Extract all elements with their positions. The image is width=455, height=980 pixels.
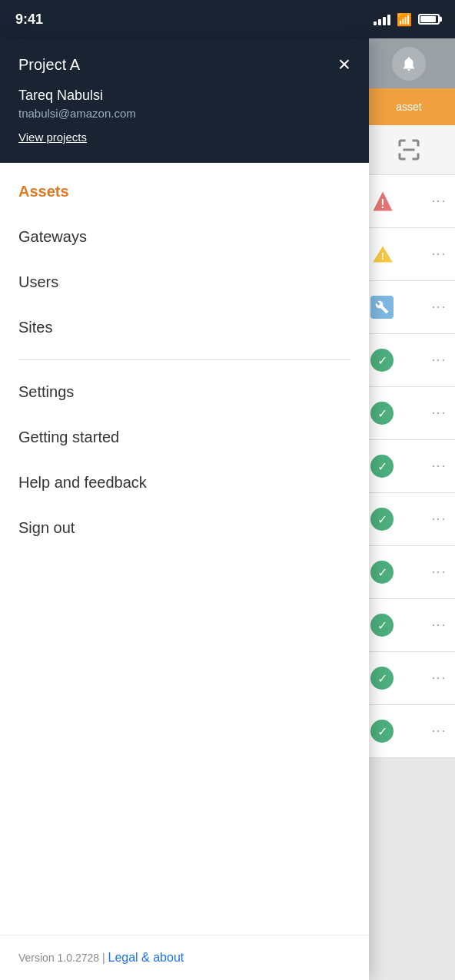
svg-text:!: !	[381, 250, 384, 262]
dots-menu-icon[interactable]: ⋮	[430, 406, 447, 421]
list-item[interactable]: ✓ ⋮	[363, 599, 455, 652]
check-icon: ✓	[370, 667, 394, 690]
overlay-container: asset ! ⋮	[0, 38, 455, 980]
scan-icon-container[interactable]	[363, 125, 455, 175]
list-item[interactable]: ! ⋮	[363, 228, 455, 281]
check-icon: ✓	[370, 349, 394, 372]
asset-badge: asset	[363, 88, 455, 125]
dots-menu-icon[interactable]: ⋮	[430, 671, 447, 686]
user-email: tnabulsi@amazon.com	[18, 107, 350, 120]
legal-about-link[interactable]: Legal & about	[108, 951, 184, 964]
menu-item-users[interactable]: Users	[0, 260, 369, 305]
dots-menu-icon[interactable]: ⋮	[430, 194, 447, 209]
menu-section-main: Assets Gateways Users Sites	[0, 163, 369, 356]
list-item[interactable]: ! ⋮	[363, 175, 455, 228]
menu-section-secondary: Settings Getting started Help and feedba…	[0, 363, 369, 557]
bell-icon[interactable]	[392, 47, 426, 81]
battery-icon	[418, 14, 440, 25]
list-item[interactable]: ✓ ⋮	[363, 546, 455, 599]
menu-header: Project A × Tareq Nabulsi tnabulsi@amazo…	[0, 38, 369, 163]
check-icon: ✓	[370, 508, 394, 531]
view-projects-link[interactable]: View projects	[18, 131, 87, 144]
list-item[interactable]: ✓ ⋮	[363, 493, 455, 546]
error-icon: !	[370, 189, 395, 214]
check-icon: ✓	[370, 614, 394, 637]
dots-menu-icon[interactable]: ⋮	[430, 247, 447, 262]
menu-header-top: Project A ×	[18, 54, 350, 75]
menu-body: Assets Gateways Users Sites Settings	[0, 163, 369, 935]
svg-text:!: !	[380, 197, 384, 210]
menu-item-getting-started[interactable]: Getting started	[0, 415, 369, 460]
signal-icon	[374, 13, 390, 25]
dots-menu-icon[interactable]: ⋮	[430, 353, 447, 368]
menu-item-settings[interactable]: Settings	[0, 369, 369, 415]
dots-menu-icon[interactable]: ⋮	[430, 724, 447, 739]
status-bar: 9:41 📶	[0, 0, 455, 38]
user-name: Tareq Nabulsi	[18, 88, 350, 104]
check-icon: ✓	[370, 455, 394, 478]
dots-menu-icon[interactable]: ⋮	[430, 618, 447, 633]
scan-icon	[395, 136, 423, 164]
check-icon: ✓	[370, 402, 394, 425]
menu-item-gateways[interactable]: Gateways	[0, 214, 369, 260]
right-panel: asset ! ⋮	[363, 38, 455, 980]
time-display: 9:41	[15, 12, 43, 28]
list-item[interactable]: ✓ ⋮	[363, 440, 455, 493]
list-item[interactable]: ✓ ⋮	[363, 705, 455, 758]
svg-rect-0	[404, 149, 415, 151]
menu-divider	[18, 359, 350, 360]
wrench-icon	[370, 296, 394, 319]
check-icon: ✓	[370, 720, 394, 743]
version-text: Version 1.0.2728 |	[18, 952, 108, 964]
dots-menu-icon[interactable]: ⋮	[430, 459, 447, 474]
right-list-items: ! ⋮ ! ⋮	[363, 175, 455, 758]
menu-item-help-feedback[interactable]: Help and feedback	[0, 460, 369, 505]
left-menu: Project A × Tareq Nabulsi tnabulsi@amazo…	[0, 38, 369, 980]
menu-item-sites[interactable]: Sites	[0, 305, 369, 350]
project-name: Project A	[18, 56, 80, 74]
list-item[interactable]: ✓ ⋮	[363, 652, 455, 705]
notification-header[interactable]	[363, 38, 455, 88]
dots-menu-icon[interactable]: ⋮	[430, 512, 447, 527]
dots-menu-icon[interactable]: ⋮	[430, 300, 447, 315]
warning-icon: !	[370, 242, 395, 267]
close-button[interactable]: ×	[338, 54, 350, 75]
check-icon: ✓	[370, 561, 394, 584]
menu-footer: Version 1.0.2728 | Legal & about	[0, 935, 369, 980]
menu-item-sign-out[interactable]: Sign out	[0, 505, 369, 551]
list-item[interactable]: ⋮	[363, 281, 455, 334]
menu-item-assets[interactable]: Assets	[0, 169, 369, 214]
status-icons: 📶	[374, 12, 440, 27]
list-item[interactable]: ✓ ⋮	[363, 334, 455, 387]
dots-menu-icon[interactable]: ⋮	[430, 565, 447, 580]
list-item[interactable]: ✓ ⋮	[363, 387, 455, 440]
wifi-icon: 📶	[397, 12, 412, 27]
